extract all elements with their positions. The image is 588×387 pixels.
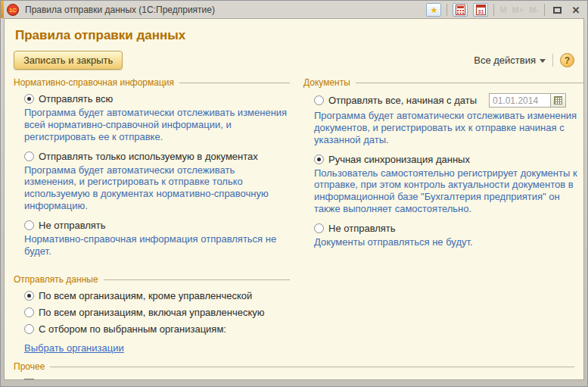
group-nsi-title: Нормативно-справочная информация [14, 77, 179, 88]
calendar-grid-icon [554, 96, 562, 105]
toolbar-separator [552, 54, 553, 67]
memory-m-minus-button[interactable]: М- [529, 5, 539, 14]
close-button[interactable]: ✕ [569, 5, 583, 16]
group-send-data: Отправлять данные По всем организациям, … [14, 274, 290, 354]
form-toolbar: Записать и закрыть Все действия ? [14, 51, 574, 70]
radio-docs-do-not-send-description: Документы отправляться не будут. [314, 236, 584, 248]
calendar-button[interactable]: 31 [473, 3, 488, 17]
radio-nsi-do-not-send-description: Нормативно-справочная информация отправл… [24, 233, 288, 257]
date-picker-button[interactable] [551, 93, 566, 108]
start-date-input[interactable] [489, 93, 551, 108]
radio-nsi-send-used-only[interactable]: Отправлять только используемую в докумен… [24, 151, 290, 162]
radio-all-orgs-including-management[interactable]: По всем организациям, включая управленче… [24, 307, 290, 318]
calendar-icon: 31 [476, 5, 486, 15]
form-client-area: Правила отправки данных Записать и закры… [4, 18, 584, 380]
group-line [356, 83, 584, 83]
star-icon: ★ [430, 6, 437, 14]
titlebar[interactable]: 1С Правила отправки данных (1С:Предприят… [1, 1, 587, 17]
svg-text:31: 31 [478, 9, 484, 14]
calculator-button[interactable] [453, 3, 468, 17]
radio-docs-do-not-send[interactable]: Не отправлять [314, 223, 584, 234]
maximize-button[interactable] [550, 5, 564, 16]
close-icon: ✕ [572, 5, 580, 16]
calculator-icon [456, 5, 465, 15]
radio-icon [24, 324, 34, 334]
group-line [104, 279, 290, 280]
group-nsi: Нормативно-справочная информация Отправл… [14, 77, 290, 265]
select-organizations-link[interactable]: Выбрать организации [24, 342, 124, 354]
radio-selected-orgs-filter[interactable]: С отбором по выбранным организациям: [24, 323, 290, 335]
radio-nsi-send-all-description: Программа будет автоматически отслеживат… [24, 107, 288, 143]
radio-icon [24, 291, 34, 301]
chevron-down-icon [540, 59, 546, 63]
radio-nsi-send-used-only-description: Программа будет автоматически отслеживат… [24, 164, 288, 212]
memory-m-plus-button[interactable]: М+ [512, 5, 524, 14]
radio-docs-manual-sync-description: Пользователь самостоятельно регистрирует… [314, 167, 584, 215]
group-other-title: Прочее [14, 361, 50, 372]
radio-icon [314, 95, 324, 105]
window-title: Правила отправки данных (1С:Предприятие) [25, 5, 215, 15]
titlebar-separator [544, 4, 545, 16]
group-line [50, 367, 574, 367]
group-line [179, 83, 290, 83]
group-other: Прочее Выгружать аналитику по складам i … [14, 361, 574, 380]
radio-icon [314, 223, 324, 233]
radio-docs-send-from-date-description: Программа будет автоматически отслеживат… [314, 110, 584, 146]
radio-icon [24, 220, 34, 230]
radio-icon [24, 151, 34, 161]
memory-m-button[interactable]: М [499, 5, 506, 14]
titlebar-separator [493, 4, 494, 16]
radio-icon [314, 154, 324, 164]
group-documents-title: Документы [303, 77, 356, 88]
radio-docs-manual-sync[interactable]: Ручная синхронизация данных [314, 154, 584, 165]
save-and-close-button[interactable]: Записать и закрыть [14, 51, 123, 70]
all-actions-button[interactable]: Все действия [474, 55, 546, 66]
all-actions-label: Все действия [474, 55, 536, 66]
window-accent-strip [1, 1, 4, 18]
help-button[interactable]: ? [560, 53, 574, 67]
radio-icon [24, 94, 34, 104]
checkbox-icon [24, 379, 34, 380]
radio-nsi-do-not-send[interactable]: Не отправлять [24, 220, 290, 231]
group-documents: Документы Отправлять все, начиная с даты… [303, 77, 584, 265]
checkbox-export-warehouse-analytics[interactable]: Выгружать аналитику по складам [24, 378, 574, 380]
page-title: Правила отправки данных [15, 28, 574, 43]
favorites-star-button[interactable]: ★ [426, 3, 441, 17]
app-window: 1С Правила отправки данных (1С:Предприят… [0, 0, 588, 387]
radio-all-orgs-except-management[interactable]: По всем организациям, кроме управленческ… [24, 290, 290, 301]
group-send-data-title: Отправлять данные [14, 274, 104, 285]
radio-icon [24, 307, 34, 317]
titlebar-separator [446, 4, 447, 16]
1c-logo-icon: 1С [7, 4, 19, 16]
radio-nsi-send-all[interactable]: Отправлять всю [24, 93, 290, 105]
maximize-icon [553, 7, 562, 14]
radio-docs-send-from-date[interactable]: Отправлять все, начиная с даты [314, 93, 584, 108]
